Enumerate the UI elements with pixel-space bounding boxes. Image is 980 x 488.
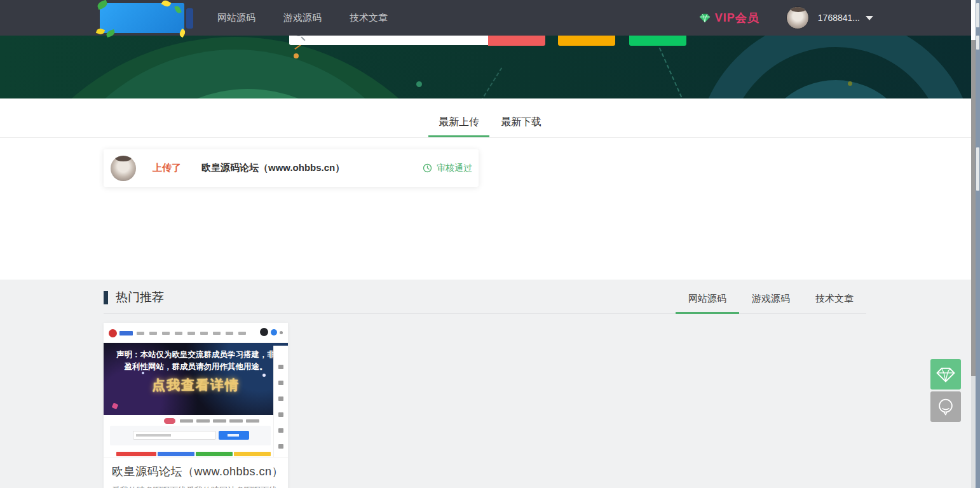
thumb-banner-text: 声明：本站仅为欧皇交流群成员学习搭建，非盈利性网站，群成员请勿用作其他用途。 [114, 349, 277, 373]
chat-bubble-icon [935, 396, 956, 417]
thumb-mini-navbar [104, 323, 288, 343]
feed-action-label: 上传了 [153, 162, 181, 174]
latest-tabs-bar: 最新上传 最新下载 [0, 98, 980, 138]
hot-tab-website[interactable]: 网站源码 [676, 293, 739, 313]
page: 最新上传 最新下载 上传了 欧皇源码论坛（www.ohbbs.cn） 审核通过 [0, 0, 980, 488]
nav-item-tech-article[interactable]: 技术文章 [350, 12, 388, 24]
thumb-search-panel [110, 426, 271, 445]
status-text: 审核通过 [437, 163, 472, 174]
nav-item-game-source[interactable]: 游戏源码 [283, 12, 322, 24]
scrollbar-thumb[interactable] [971, 40, 976, 376]
resource-thumbnail[interactable]: 声明：本站仅为欧皇交流群成员学习搭建，非盈利性网站，群成员请勿用作其他用途。 点… [104, 323, 288, 458]
tab-latest-upload[interactable]: 最新上传 [428, 116, 489, 137]
hero-orange-button[interactable] [558, 36, 615, 46]
hot-recommend-section: 热门推荐 网站源码 游戏源码 技术文章 [0, 280, 980, 488]
vip-label: VIP会员 [715, 10, 759, 25]
thumb-links-row [104, 416, 288, 426]
uploader-avatar [111, 156, 136, 181]
hero-dot-decoration [294, 53, 299, 58]
user-avatar[interactable] [786, 6, 809, 29]
vip-float-button[interactable] [930, 359, 961, 390]
hot-tab-article[interactable]: 技术文章 [803, 293, 866, 313]
card-title[interactable]: 欧皇源码论坛（www.ohbbs.cn） [112, 464, 280, 479]
resource-card[interactable]: 声明：本站仅为欧皇交流群成员学习搭建，非盈利性网站，群成员请勿用作其他用途。 点… [104, 323, 288, 488]
section-title: 热门推荐 [116, 289, 164, 306]
hot-header: 热门推荐 网站源码 游戏源码 技术文章 [104, 280, 866, 314]
scrollbar-track[interactable] [971, 0, 976, 40]
gem-icon [698, 11, 711, 24]
hero-banner [0, 36, 980, 98]
search-bar [289, 36, 686, 46]
feed-item-row[interactable]: 上传了 欧皇源码论坛（www.ohbbs.cn） 审核通过 [104, 149, 479, 187]
thumb-banner: 声明：本站仅为欧皇交流群成员学习搭建，非盈利性网站，群成员请勿用作其他用途。 点… [104, 343, 288, 415]
hero-dash-decoration [480, 67, 503, 98]
nav-item-website-source[interactable]: 网站源码 [217, 12, 255, 24]
thumb-side-toolbar [273, 346, 288, 458]
clock-icon [423, 163, 432, 173]
feed-item-title[interactable]: 欧皇源码论坛（www.ohbbs.cn） [201, 162, 423, 174]
vertical-scrollbar[interactable] [971, 0, 976, 488]
logo-letter-fragment [186, 8, 193, 29]
hero-dot-decoration [416, 81, 422, 87]
thumb-banner-cta: 点我查看详情 [104, 376, 288, 394]
search-input[interactable] [289, 36, 488, 45]
tab-latest-download[interactable]: 最新下载 [491, 116, 552, 137]
chevron-down-icon[interactable] [866, 16, 873, 20]
latest-section: 最新上传 最新下载 上传了 欧皇源码论坛（www.ohbbs.cn） 审核通过 [0, 98, 980, 280]
username[interactable]: 1768841... [818, 13, 860, 23]
title-accent-bar [104, 291, 108, 304]
site-logo[interactable] [100, 3, 184, 33]
gem-icon [935, 363, 956, 385]
window-edge-strip [976, 0, 980, 488]
vip-member-link[interactable]: VIP会员 [698, 10, 759, 25]
status-badge: 审核通过 [423, 163, 472, 174]
hero-green-button[interactable] [629, 36, 686, 46]
hero-dot-decoration [848, 81, 852, 86]
floating-toolbar [930, 359, 961, 422]
search-button[interactable] [488, 36, 545, 46]
card-description: 爱我的哇多啊啊下线爱我的哇网站多啊啊下线 [112, 485, 280, 488]
hot-tab-game[interactable]: 游戏源码 [739, 293, 803, 313]
chat-float-button[interactable] [930, 391, 961, 422]
top-navbar: 网站源码 游戏源码 技术文章 VIP会员 1768841... [0, 0, 980, 36]
